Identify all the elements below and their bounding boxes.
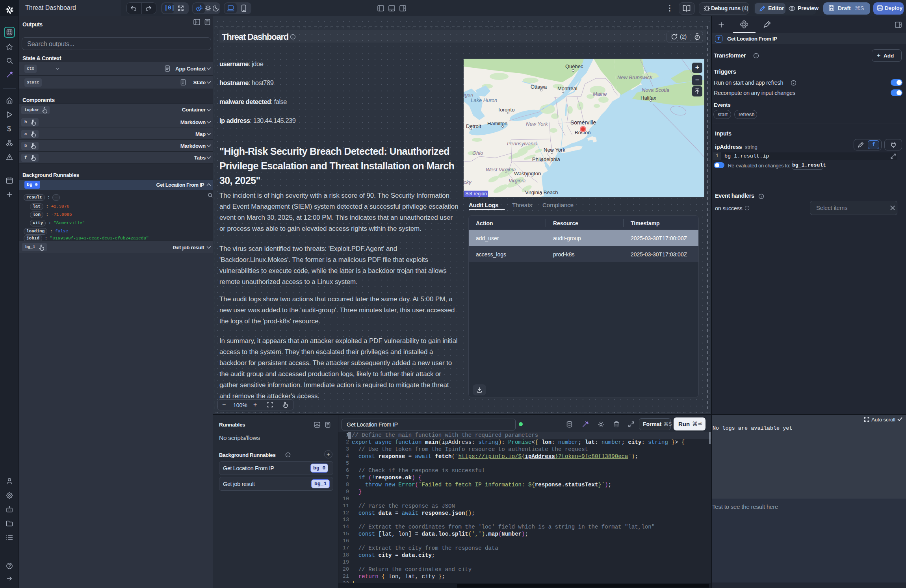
svg-text:Philadelphia: Philadelphia: [532, 156, 561, 162]
svg-text:Maine: Maine: [593, 91, 607, 97]
svg-text:Somerville: Somerville: [570, 119, 596, 126]
svg-text:Québec: Québec: [565, 63, 583, 69]
svg-text:New York: New York: [526, 121, 548, 127]
svg-text:New York: New York: [544, 147, 565, 153]
svg-text:Hamilton: Hamilton: [487, 121, 507, 126]
svg-text:Ohio: Ohio: [472, 150, 483, 156]
svg-text:Halifax: Halifax: [641, 95, 656, 101]
svg-text:Toronto: Toronto: [498, 107, 514, 113]
svg-text:Detroit: Detroit: [466, 123, 481, 129]
svg-text:New Brunswick: New Brunswick: [617, 74, 653, 80]
svg-text:cky: cky: [464, 179, 472, 185]
svg-text:Lake Huron: Lake Huron: [471, 97, 497, 103]
svg-text:Washington: Washington: [514, 171, 541, 176]
svg-text:Nova Scotia: Nova Scotia: [642, 87, 669, 93]
svg-text:Montréal: Montréal: [557, 85, 577, 91]
svg-text:Ottawa: Ottawa: [531, 84, 547, 90]
svg-text:West Virginia: West Virginia: [486, 167, 516, 173]
svg-text:Virginia Beach: Virginia Beach: [525, 189, 558, 195]
svg-text:igan: igan: [464, 92, 473, 98]
svg-text:Virginia: Virginia: [509, 178, 525, 184]
svg-text:Pennsylvania: Pennsylvania: [507, 141, 537, 147]
